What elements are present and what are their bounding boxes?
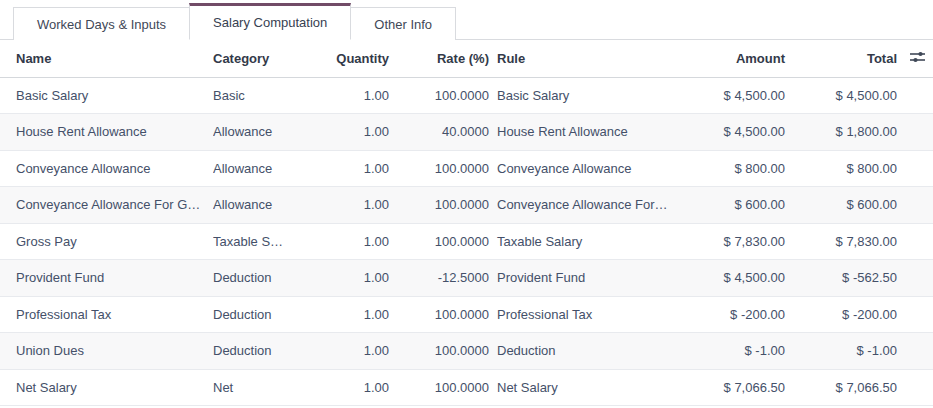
cell-total[interactable]: $ -200.00	[786, 296, 898, 333]
cell-amount[interactable]: $ -200.00	[690, 296, 786, 333]
cell-rate[interactable]: 100.0000	[390, 187, 490, 224]
tab-bar: Worked Days & Inputs Salary Computation …	[0, 0, 933, 40]
cell-category[interactable]: Basic	[213, 77, 310, 114]
cell-rate[interactable]: 100.0000	[390, 223, 490, 260]
cell-name[interactable]: Basic Salary	[0, 77, 213, 114]
cell-total[interactable]: $ 4,500.00	[786, 77, 898, 114]
cell-category[interactable]: Net	[213, 369, 310, 406]
sliders-icon	[909, 50, 926, 67]
cell-blank	[898, 260, 933, 297]
cell-amount[interactable]: $ 4,500.00	[690, 77, 786, 114]
cell-rate[interactable]: 40.0000	[390, 114, 490, 151]
cell-total[interactable]: $ 1,800.00	[786, 114, 898, 151]
table-row[interactable]: Professional Tax Deduction 1.00 100.0000…	[0, 296, 933, 333]
cell-rate[interactable]: 100.0000	[390, 77, 490, 114]
cell-blank	[898, 333, 933, 370]
table-row[interactable]: Provident Fund Deduction 1.00 -12.5000 P…	[0, 260, 933, 297]
cell-rule[interactable]: Conveyance Allowance For…	[490, 187, 690, 224]
cell-name[interactable]: Gross Pay	[0, 223, 213, 260]
cell-category[interactable]: Deduction	[213, 333, 310, 370]
column-header-amount[interactable]: Amount	[690, 40, 786, 77]
table-row[interactable]: Conveyance Allowance For G… Allowance 1.…	[0, 187, 933, 224]
cell-rate[interactable]: 100.0000	[390, 150, 490, 187]
cell-total[interactable]: $ 7,830.00	[786, 223, 898, 260]
optional-columns-header	[898, 40, 933, 77]
cell-quantity[interactable]: 1.00	[310, 296, 390, 333]
table-row[interactable]: Union Dues Deduction 1.00 100.0000 Deduc…	[0, 333, 933, 370]
column-header-rule[interactable]: Rule	[490, 40, 690, 77]
cell-rule[interactable]: Basic Salary	[490, 77, 690, 114]
cell-rate[interactable]: 100.0000	[390, 369, 490, 406]
cell-total[interactable]: $ 800.00	[786, 150, 898, 187]
cell-total[interactable]: $ -1.00	[786, 333, 898, 370]
table-header-row: Name Category Quantity Rate (%) Rule Amo…	[0, 40, 933, 77]
cell-total[interactable]: $ 7,066.50	[786, 369, 898, 406]
cell-quantity[interactable]: 1.00	[310, 77, 390, 114]
cell-amount[interactable]: $ 4,500.00	[690, 260, 786, 297]
cell-rule[interactable]: Net Salary	[490, 369, 690, 406]
cell-rate[interactable]: 100.0000	[390, 333, 490, 370]
column-header-total[interactable]: Total	[786, 40, 898, 77]
table-row[interactable]: Basic Salary Basic 1.00 100.0000 Basic S…	[0, 77, 933, 114]
cell-name[interactable]: Net Salary	[0, 369, 213, 406]
tab-other-info[interactable]: Other Info	[350, 7, 456, 40]
cell-total[interactable]: $ -562.50	[786, 260, 898, 297]
column-header-quantity[interactable]: Quantity	[310, 40, 390, 77]
cell-category[interactable]: Deduction	[213, 296, 310, 333]
cell-name[interactable]: Conveyance Allowance	[0, 150, 213, 187]
cell-name[interactable]: Union Dues	[0, 333, 213, 370]
cell-category[interactable]: Allowance	[213, 187, 310, 224]
table-body: Basic Salary Basic 1.00 100.0000 Basic S…	[0, 77, 933, 406]
tab-salary-computation[interactable]: Salary Computation	[189, 3, 351, 40]
cell-name[interactable]: House Rent Allowance	[0, 114, 213, 151]
table-row[interactable]: House Rent Allowance Allowance 1.00 40.0…	[0, 114, 933, 151]
cell-amount[interactable]: $ 7,830.00	[690, 223, 786, 260]
cell-category[interactable]: Allowance	[213, 150, 310, 187]
optional-columns-toggle-button[interactable]	[907, 48, 928, 69]
cell-amount[interactable]: $ 600.00	[690, 187, 786, 224]
table-row[interactable]: Gross Pay Taxable S… 1.00 100.0000 Taxab…	[0, 223, 933, 260]
cell-rate[interactable]: -12.5000	[390, 260, 490, 297]
cell-quantity[interactable]: 1.00	[310, 187, 390, 224]
cell-blank	[898, 296, 933, 333]
tab-worked-days-inputs[interactable]: Worked Days & Inputs	[13, 7, 190, 40]
cell-name[interactable]: Provident Fund	[0, 260, 213, 297]
table-row[interactable]: Conveyance Allowance Allowance 1.00 100.…	[0, 150, 933, 187]
cell-rule[interactable]: Taxable Salary	[490, 223, 690, 260]
cell-amount[interactable]: $ 4,500.00	[690, 114, 786, 151]
cell-blank	[898, 369, 933, 406]
cell-quantity[interactable]: 1.00	[310, 114, 390, 151]
column-header-category[interactable]: Category	[213, 40, 310, 77]
cell-rule[interactable]: Deduction	[490, 333, 690, 370]
cell-rule[interactable]: Conveyance Allowance	[490, 150, 690, 187]
cell-total[interactable]: $ 600.00	[786, 187, 898, 224]
payslip-lines-panel: Worked Days & Inputs Salary Computation …	[0, 0, 933, 408]
salary-computation-table: Name Category Quantity Rate (%) Rule Amo…	[0, 40, 933, 406]
cell-category[interactable]: Taxable S…	[213, 223, 310, 260]
cell-amount[interactable]: $ -1.00	[690, 333, 786, 370]
cell-blank	[898, 223, 933, 260]
column-header-rate[interactable]: Rate (%)	[390, 40, 490, 77]
cell-quantity[interactable]: 1.00	[310, 150, 390, 187]
column-header-name[interactable]: Name	[0, 40, 213, 77]
cell-quantity[interactable]: 1.00	[310, 369, 390, 406]
cell-category[interactable]: Allowance	[213, 114, 310, 151]
cell-blank	[898, 187, 933, 224]
cell-blank	[898, 150, 933, 187]
cell-rule[interactable]: House Rent Allowance	[490, 114, 690, 151]
cell-amount[interactable]: $ 7,066.50	[690, 369, 786, 406]
cell-name[interactable]: Conveyance Allowance For G…	[0, 187, 213, 224]
cell-category[interactable]: Deduction	[213, 260, 310, 297]
cell-blank	[898, 77, 933, 114]
cell-quantity[interactable]: 1.00	[310, 260, 390, 297]
cell-quantity[interactable]: 1.00	[310, 223, 390, 260]
cell-quantity[interactable]: 1.00	[310, 333, 390, 370]
cell-name[interactable]: Professional Tax	[0, 296, 213, 333]
cell-blank	[898, 114, 933, 151]
cell-rule[interactable]: Provident Fund	[490, 260, 690, 297]
cell-amount[interactable]: $ 800.00	[690, 150, 786, 187]
cell-rate[interactable]: 100.0000	[390, 296, 490, 333]
cell-rule[interactable]: Professional Tax	[490, 296, 690, 333]
table-row[interactable]: Net Salary Net 1.00 100.0000 Net Salary …	[0, 369, 933, 406]
